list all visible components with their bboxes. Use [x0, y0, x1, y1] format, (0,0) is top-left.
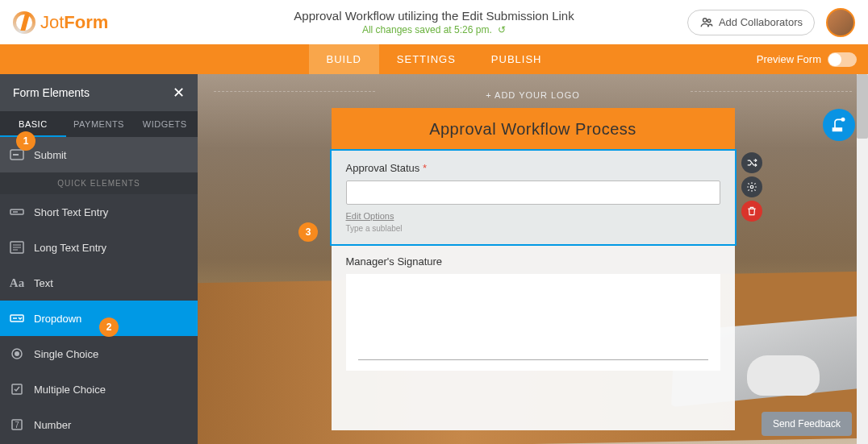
text-icon: Aa: [0, 276, 34, 290]
callout-2: 2: [99, 317, 119, 337]
page-title: Approval Workflow utilizing the Edit Sub…: [294, 9, 574, 23]
edit-options-link[interactable]: Edit Options: [346, 211, 720, 221]
element-short-text[interactable]: Short Text Entry: [0, 194, 198, 230]
saved-status: All changes saved at 5:26 pm. ↺: [294, 24, 574, 35]
dropdown-input[interactable]: [346, 181, 720, 205]
svg-text:7: 7: [15, 421, 19, 429]
short-text-icon: [0, 206, 34, 218]
element-single-choice[interactable]: Single Choice: [0, 336, 198, 371]
manager-signature-field[interactable]: Manager's Signature: [332, 244, 735, 382]
field-label[interactable]: Approval Status *: [346, 162, 720, 174]
sidebar-tab-widgets[interactable]: WIDGETS: [131, 111, 198, 137]
logo[interactable]: JotForm: [13, 11, 108, 34]
field-delete-button[interactable]: [741, 201, 762, 222]
svg-point-17: [750, 185, 753, 189]
element-label: Long Text Entry: [34, 242, 198, 254]
element-label: Short Text Entry: [34, 206, 198, 218]
submit-icon: [0, 149, 34, 160]
tab-settings[interactable]: SETTINGS: [379, 44, 474, 74]
element-label: Text: [34, 277, 198, 289]
sidebar-title: Form Elements: [13, 86, 90, 99]
long-text-icon: [0, 241, 34, 254]
logo-icon: [13, 11, 35, 34]
preview-toggle[interactable]: [828, 52, 857, 67]
checkbox-icon: [0, 383, 34, 396]
close-icon[interactable]: ✕: [173, 84, 185, 102]
sidebar-tab-basic[interactable]: BASIC: [0, 111, 66, 137]
callout-1: 1: [16, 131, 35, 151]
signature-input[interactable]: [346, 274, 720, 371]
element-label: Single Choice: [34, 348, 198, 360]
logo-text: JotForm: [40, 12, 108, 33]
theme-roller-button[interactable]: [823, 109, 855, 141]
element-label: Multiple Choice: [34, 384, 198, 396]
sidebar-tab-payments[interactable]: PAYMENTS: [66, 111, 132, 137]
element-label: Number: [34, 419, 198, 431]
svg-point-13: [15, 351, 19, 356]
collaborators-icon: [699, 15, 714, 30]
collab-label: Add Collaborators: [719, 16, 803, 28]
add-logo-button[interactable]: + ADD YOUR LOGO: [198, 74, 868, 108]
svg-point-0: [703, 18, 707, 22]
vertical-scrollbar[interactable]: [857, 74, 868, 444]
tab-publish[interactable]: PUBLISH: [474, 44, 560, 74]
send-feedback-button[interactable]: Send Feedback: [762, 412, 852, 436]
sublabel-input[interactable]: Type a sublabel: [346, 224, 720, 233]
avatar[interactable]: [826, 8, 855, 37]
field-label: Manager's Signature: [346, 255, 720, 268]
quick-elements-header: QUICK ELEMENTS: [0, 172, 198, 194]
svg-point-1: [707, 19, 711, 22]
element-text[interactable]: Aa Text: [0, 265, 198, 301]
tab-build[interactable]: BUILD: [309, 44, 379, 74]
element-long-text[interactable]: Long Text Entry: [0, 230, 198, 265]
approval-status-field[interactable]: Approval Status * Edit Options Type a su…: [332, 151, 735, 244]
field-shuffle-button[interactable]: [741, 152, 762, 173]
radio-icon: [0, 347, 34, 360]
add-collaborators-button[interactable]: Add Collaborators: [687, 10, 815, 35]
element-dropdown[interactable]: Dropdown: [0, 301, 198, 336]
svg-point-18: [841, 118, 844, 121]
svg-rect-3: [13, 154, 19, 156]
callout-3: 3: [298, 222, 318, 242]
revert-icon[interactable]: ↺: [498, 24, 506, 35]
element-label: Submit: [34, 149, 198, 161]
element-number[interactable]: 7 Number: [0, 407, 198, 442]
dropdown-icon: [0, 313, 34, 324]
number-icon: 7: [0, 418, 34, 431]
element-multiple-choice[interactable]: Multiple Choice: [0, 371, 198, 407]
preview-label: Preview Form: [757, 53, 821, 65]
field-settings-button[interactable]: [741, 176, 762, 197]
form-title[interactable]: Approval Workflow Process: [332, 108, 735, 151]
